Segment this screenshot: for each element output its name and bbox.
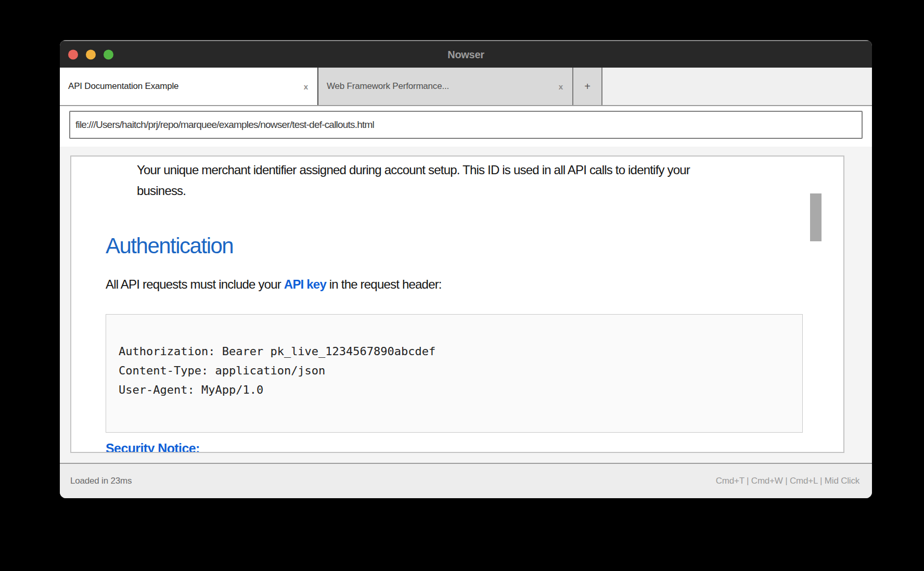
plus-icon: +: [584, 81, 591, 93]
browser-window: Nowser API Documentation Example x Web F…: [60, 40, 872, 498]
load-time-status: Loaded in 23ms: [70, 476, 132, 486]
page-viewport: Your unique merchant identifier assigned…: [60, 147, 872, 463]
tab-label: API Documentation Example: [68, 81, 178, 92]
code-line-content-type: Content-Type: application/json: [119, 361, 790, 380]
paragraph-text-before: All API requests must include your: [106, 277, 284, 291]
api-key-link[interactable]: API key: [284, 277, 326, 291]
code-line-user-agent: User-Agent: MyApp/1.0: [119, 380, 790, 399]
title-bar: Nowser: [60, 40, 872, 68]
code-block: Authorization: Bearer pk_live_1234567890…: [106, 314, 803, 433]
security-notice-label: Security Notice:: [106, 441, 200, 453]
paragraph-text-after: in the request header:: [326, 277, 442, 291]
tab-web-framework-performance[interactable]: Web Framework Performance... x: [318, 68, 573, 105]
merchant-id-description: Your unique merchant identifier assigned…: [137, 160, 733, 201]
shortcut-hints: Cmd+T | Cmd+W | Cmd+L | Mid Click: [716, 476, 859, 486]
tab-close-icon[interactable]: x: [559, 82, 563, 91]
authentication-heading: Authentication: [106, 233, 233, 258]
tab-close-icon[interactable]: x: [304, 82, 308, 91]
tab-bar: API Documentation Example x Web Framewor…: [60, 68, 872, 106]
new-tab-button[interactable]: +: [573, 68, 602, 105]
code-line-authorization: Authorization: Bearer pk_live_1234567890…: [119, 342, 790, 361]
url-toolbar: [60, 106, 872, 147]
status-bar: Loaded in 23ms Cmd+T | Cmd+W | Cmd+L | M…: [60, 463, 872, 498]
tab-api-documentation[interactable]: API Documentation Example x: [60, 68, 318, 105]
window-title: Nowser: [60, 48, 872, 60]
rendered-page: Your unique merchant identifier assigned…: [70, 155, 844, 453]
url-input[interactable]: [69, 111, 863, 139]
auth-requirement-paragraph: All API requests must include your API k…: [106, 277, 782, 292]
tab-label: Web Framework Performance...: [327, 81, 449, 92]
scrollbar-thumb[interactable]: [810, 193, 822, 241]
